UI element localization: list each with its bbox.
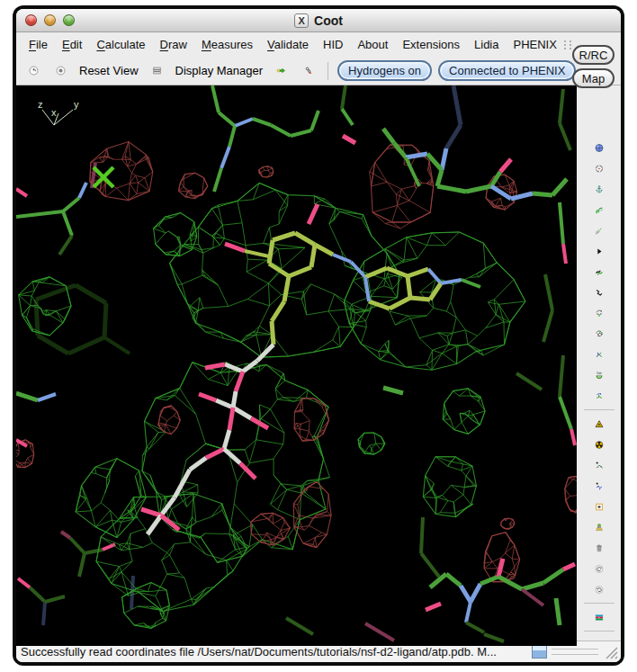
menu-edit[interactable]: Edit bbox=[55, 34, 89, 55]
zoom-button[interactable] bbox=[63, 14, 75, 26]
molecular-scene: zxy bbox=[16, 85, 577, 646]
coot-window: X Coot FileEditCalculateDrawMeasuresVali… bbox=[13, 5, 624, 666]
warning-triangle-icon[interactable] bbox=[589, 414, 609, 434]
go-arrow-button[interactable] bbox=[271, 60, 292, 81]
r-rc-button[interactable]: R/RC bbox=[572, 45, 615, 65]
phenix-connection-button[interactable]: Connected to PHENIX bbox=[438, 60, 576, 81]
gl-canvas[interactable]: zxy bbox=[16, 85, 577, 641]
add-atom-icon[interactable] bbox=[589, 497, 609, 516]
menu-validate[interactable]: Validate bbox=[260, 34, 316, 55]
stop-button[interactable] bbox=[50, 60, 71, 81]
svg-text:x: x bbox=[51, 107, 57, 118]
rotamers-icon[interactable] bbox=[589, 324, 609, 344]
redo-icon[interactable] bbox=[589, 579, 609, 599]
toolbar: Reset ViewDisplay ManagerHydrogens onCon… bbox=[16, 57, 621, 85]
back-button[interactable] bbox=[23, 60, 44, 81]
target-icon[interactable] bbox=[589, 158, 609, 178]
play-icon[interactable] bbox=[589, 635, 609, 641]
menu-lidia[interactable]: Lidia bbox=[467, 34, 506, 55]
toolbar-separator bbox=[327, 62, 328, 80]
svg-text:Side: Side bbox=[597, 372, 602, 375]
x11-icon: X bbox=[294, 13, 309, 28]
svg-text:y: y bbox=[74, 99, 79, 110]
menu-draw[interactable]: Draw bbox=[153, 34, 194, 55]
display-manager-icon-button[interactable] bbox=[147, 60, 167, 81]
hydrogens-toggle-button[interactable]: Hydrogens on bbox=[337, 60, 432, 81]
svg-text:z: z bbox=[38, 99, 43, 110]
rail-separator bbox=[584, 631, 615, 632]
rail-separator bbox=[584, 603, 615, 604]
auto-fit-rotamer-icon[interactable] bbox=[589, 303, 609, 323]
traffic-lights bbox=[25, 14, 75, 26]
status-message: Successfully read coordinates file /User… bbox=[21, 645, 527, 659]
progress-indicator bbox=[532, 645, 547, 659]
menubar: FileEditCalculateDrawMeasuresValidateHID… bbox=[16, 32, 621, 57]
right-toolbar: Side bbox=[577, 85, 621, 641]
expand-arrow-icon[interactable] bbox=[589, 241, 609, 261]
window-title-area: X Coot bbox=[16, 9, 621, 31]
titlebar[interactable]: X Coot bbox=[16, 9, 621, 32]
map-sphere-icon[interactable] bbox=[589, 138, 609, 157]
jed-flip-icon[interactable] bbox=[589, 386, 609, 406]
undo-icon[interactable] bbox=[589, 559, 609, 578]
menu-measures[interactable]: Measures bbox=[194, 34, 260, 55]
rail-separator bbox=[584, 409, 615, 410]
menu-about[interactable]: About bbox=[350, 34, 395, 55]
main-area: zxy Side bbox=[16, 85, 621, 641]
regularize-zone-icon[interactable] bbox=[589, 220, 609, 240]
ligand-builder-button[interactable] bbox=[298, 60, 318, 81]
close-button[interactable] bbox=[25, 14, 37, 26]
window-title: Coot bbox=[314, 13, 343, 28]
statusbar-lines bbox=[552, 649, 598, 655]
menu-file[interactable]: File bbox=[22, 34, 55, 55]
minimize-button[interactable] bbox=[44, 14, 56, 26]
menu-hid[interactable]: HID bbox=[316, 34, 350, 55]
edit-chi-angles-icon[interactable] bbox=[589, 345, 609, 364]
add-terminal-residue-icon[interactable] bbox=[589, 455, 609, 475]
menu-extensions[interactable]: Extensions bbox=[395, 34, 467, 55]
display-manager-button[interactable]: Display Manager bbox=[174, 62, 265, 79]
side-chain-flip-icon[interactable]: Side bbox=[589, 365, 609, 385]
map-button[interactable]: Map bbox=[572, 68, 615, 88]
delete-item-icon[interactable] bbox=[589, 538, 609, 558]
refine-zone-icon[interactable] bbox=[589, 200, 609, 220]
rigid-body-fit-icon[interactable] bbox=[589, 262, 609, 282]
radiation-icon[interactable] bbox=[589, 435, 609, 454]
brush-icon[interactable] bbox=[589, 517, 609, 537]
corner-buttons: R/RCMap bbox=[572, 45, 615, 88]
add-alt-conf-icon[interactable] bbox=[589, 476, 609, 496]
reset-view-button[interactable]: Reset View bbox=[77, 62, 140, 79]
rotate-translate-icon[interactable] bbox=[589, 282, 609, 302]
anchor-icon[interactable] bbox=[589, 179, 609, 199]
resize-grip[interactable] bbox=[603, 644, 619, 660]
menu-calculate[interactable]: Calculate bbox=[89, 34, 152, 55]
menu-phenix[interactable]: PHENIX bbox=[506, 34, 563, 55]
flag-icon[interactable] bbox=[589, 607, 609, 627]
